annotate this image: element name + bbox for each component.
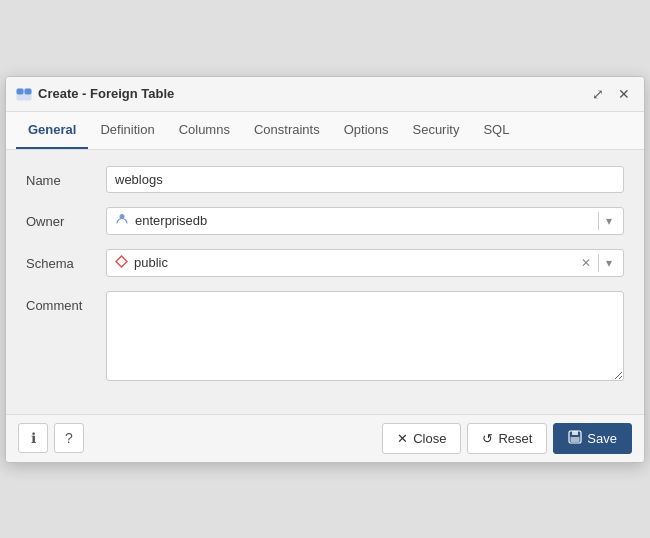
expand-button[interactable]: ⤢	[588, 84, 608, 104]
dialog-footer: ℹ ? ✕ Close ↺ Reset	[6, 414, 644, 462]
svg-rect-7	[571, 437, 580, 442]
schema-label: Schema	[26, 249, 106, 271]
svg-rect-1	[17, 89, 23, 94]
tab-security[interactable]: Security	[400, 112, 471, 149]
owner-value: enterprisedb	[115, 212, 594, 229]
owner-dropdown-button[interactable]: ▾	[603, 213, 615, 229]
info-button[interactable]: ℹ	[18, 423, 48, 453]
comment-row: Comment	[26, 291, 624, 384]
dialog-title: Create - Foreign Table	[38, 86, 588, 101]
dialog-title-icon	[16, 86, 32, 102]
tab-bar: General Definition Columns Constraints O…	[6, 112, 644, 150]
comment-textarea[interactable]	[106, 291, 624, 381]
schema-select[interactable]: public ✕ ▾	[106, 249, 624, 277]
tab-sql[interactable]: SQL	[471, 112, 521, 149]
footer-right: ✕ Close ↺ Reset Save	[382, 423, 632, 454]
tab-definition[interactable]: Definition	[88, 112, 166, 149]
tab-options[interactable]: Options	[332, 112, 401, 149]
close-button[interactable]: ✕ Close	[382, 423, 461, 454]
info-icon: ℹ	[31, 430, 36, 446]
owner-select[interactable]: enterprisedb ▾	[106, 207, 624, 235]
svg-rect-6	[572, 431, 578, 435]
help-icon: ?	[65, 430, 73, 446]
title-actions: ⤢ ✕	[588, 84, 634, 104]
schema-select-divider	[598, 254, 599, 272]
comment-label: Comment	[26, 291, 106, 313]
close-icon: ✕	[397, 431, 408, 446]
owner-control: enterprisedb ▾	[106, 207, 624, 235]
schema-clear-button[interactable]: ✕	[578, 255, 594, 271]
tab-constraints[interactable]: Constraints	[242, 112, 332, 149]
schema-row: Schema public ✕ ▾	[26, 249, 624, 277]
footer-left: ℹ ?	[18, 423, 84, 453]
owner-row: Owner enterprisedb ▾	[26, 207, 624, 235]
name-input[interactable]	[106, 166, 624, 193]
name-label: Name	[26, 166, 106, 188]
name-control	[106, 166, 624, 193]
schema-control: public ✕ ▾	[106, 249, 624, 277]
save-button[interactable]: Save	[553, 423, 632, 454]
svg-marker-4	[116, 256, 127, 267]
dialog-titlebar: Create - Foreign Table ⤢ ✕	[6, 77, 644, 112]
select-divider	[598, 212, 599, 230]
reset-button[interactable]: ↺ Reset	[467, 423, 547, 454]
form-body: Name Owner enterprisedb	[6, 150, 644, 414]
svg-rect-2	[25, 89, 31, 94]
tab-general[interactable]: General	[16, 112, 88, 149]
comment-control	[106, 291, 624, 384]
help-button[interactable]: ?	[54, 423, 84, 453]
name-row: Name	[26, 166, 624, 193]
schema-dropdown-button[interactable]: ▾	[603, 255, 615, 271]
reset-icon: ↺	[482, 431, 493, 446]
owner-icon	[115, 212, 129, 229]
schema-value: public	[115, 255, 578, 271]
schema-icon	[115, 255, 128, 271]
save-icon	[568, 430, 582, 447]
tab-columns[interactable]: Columns	[167, 112, 242, 149]
create-foreign-table-dialog: Create - Foreign Table ⤢ ✕ General Defin…	[5, 76, 645, 463]
owner-label: Owner	[26, 207, 106, 229]
close-window-button[interactable]: ✕	[614, 84, 634, 104]
